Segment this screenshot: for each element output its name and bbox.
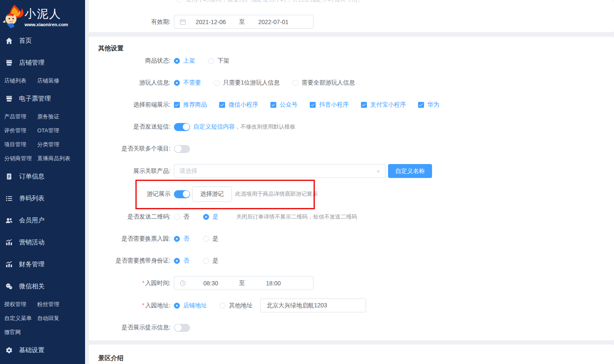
sidebar: 小泥人 www.xiaoniren.com 首页 店铺管理 店铺列表 店铺装修 … xyxy=(0,0,85,364)
checkbox-official-account[interactable]: 公众号 xyxy=(270,101,297,109)
sidebar-item-shop-mgmt[interactable]: 店铺管理 xyxy=(0,52,85,74)
mascot-icon xyxy=(2,3,24,30)
row-send-sms: 是否发送短信: 自定义短信内容 ，不修改则使用默认模板 xyxy=(94,120,614,134)
toggle-knob xyxy=(183,191,190,197)
show-tips-toggle[interactable] xyxy=(174,324,190,332)
multi-project-toggle[interactable] xyxy=(174,145,190,153)
wechat-icon xyxy=(6,283,13,290)
sidebar-item-label: 营销活动 xyxy=(19,238,44,246)
related-products-select[interactable]: 请选择 ∨ xyxy=(174,164,385,178)
radio-not-needed[interactable]: 不需要 xyxy=(174,79,201,87)
row-show-tips: 是否展示提示信息: xyxy=(94,321,614,334)
checkbox-recommended[interactable]: 推荐商品 xyxy=(174,101,207,109)
brand-name: 小泥人 xyxy=(25,6,68,22)
row-entry-address: *入园地址: 店铺地址 其他地址 xyxy=(94,298,614,312)
sidebar-item-coupon-list[interactable]: 券码列表 xyxy=(0,187,85,209)
sidebar-subitem[interactable]: 自定义菜单 xyxy=(4,311,37,325)
sms-toggle[interactable] xyxy=(174,123,190,131)
validity-date-range-input[interactable]: 2021-12-06 至 2022-07-01 xyxy=(174,15,314,29)
sidebar-item-finance[interactable]: 财务管理 xyxy=(0,253,85,275)
entry-time-range-input[interactable]: 08:30 至 18:00 xyxy=(174,276,314,290)
radio-icon xyxy=(174,258,180,264)
travel-notes-toggle[interactable] xyxy=(174,190,190,198)
sidebar-item-label: 微信相关 xyxy=(19,282,44,290)
date-end-value[interactable]: 2022-07-01 xyxy=(248,19,298,25)
radio-exchange-yes[interactable]: 是 xyxy=(203,235,218,243)
section-title: 其他设置 xyxy=(98,44,614,52)
sidebar-subitem[interactable]: 店铺装修 xyxy=(37,74,85,88)
sidebar-item-label: 会员用户 xyxy=(19,216,44,224)
sidebar-subitem[interactable]: 产品管理 xyxy=(4,109,37,123)
sidebar-item-members[interactable]: 会员用户 xyxy=(0,209,85,231)
validity-label: 有效期: xyxy=(94,18,171,26)
radio-on-shelf[interactable]: 上架 xyxy=(174,57,195,65)
sidebar-subitem[interactable]: 授权管理 xyxy=(4,297,37,311)
sidebar-subitem[interactable]: 微官网 xyxy=(4,325,37,339)
shop-icon xyxy=(6,59,13,66)
sidebar-item-label: 首页 xyxy=(19,37,32,45)
radio-icon xyxy=(174,58,180,64)
list-icon xyxy=(6,195,13,202)
sidebar-subitem[interactable]: 票务验证 xyxy=(37,109,85,123)
row-product-status: 商品状态: 上架 下架 xyxy=(94,54,614,68)
sidebar-subitem[interactable]: 分销商管理 xyxy=(4,151,37,165)
time-start-value[interactable]: 08:30 xyxy=(186,280,236,287)
sms-note: ，不修改则使用默认模板 xyxy=(235,123,295,131)
sidebar-subitem[interactable]: 分类管理 xyxy=(37,137,85,151)
checkbox-douyin-miniprogram[interactable]: 抖音小程序 xyxy=(310,101,349,109)
radio-shop-address[interactable]: 店铺地址 xyxy=(174,302,207,309)
sidebar-item-eticket-mgmt[interactable]: 电子票管理 xyxy=(0,88,85,109)
radio-other-address[interactable]: 其他地址 xyxy=(220,302,253,309)
select-travel-notes-button[interactable]: 选择游记 xyxy=(192,186,232,202)
radio-icon xyxy=(220,303,226,309)
date-start-value[interactable]: 2021-12-06 xyxy=(186,19,236,25)
sidebar-item-home[interactable]: 首页 xyxy=(0,30,85,52)
chart-icon xyxy=(6,261,13,268)
checkbox-icon xyxy=(418,102,424,108)
toggle-knob xyxy=(183,123,190,130)
time-end-value[interactable]: 18:00 xyxy=(248,280,298,287)
radio-idcard-yes[interactable]: 是 xyxy=(203,257,218,265)
radio-idcard-no[interactable]: 否 xyxy=(174,257,189,265)
sidebar-item-orders[interactable]: 订单信息 xyxy=(0,165,85,187)
radio-qrcode-no[interactable]: 否 xyxy=(174,213,189,221)
brand[interactable]: 小泥人 www.xiaoniren.com xyxy=(0,0,85,30)
sidebar-subitem[interactable]: 评价管理 xyxy=(4,123,37,137)
radio-qrcode-yes[interactable]: 是 xyxy=(203,213,218,221)
checkbox-alipay-miniprogram[interactable]: 支付宝小程序 xyxy=(361,101,406,109)
radio-icon xyxy=(174,303,180,309)
custom-name-button[interactable]: 自定义名称 xyxy=(388,164,432,178)
sidebar-item-wechat[interactable]: 微信相关 xyxy=(0,275,85,297)
sidebar-item-basic-settings[interactable]: 基础设置 xyxy=(0,339,85,361)
users-icon xyxy=(6,217,13,224)
radio-icon xyxy=(176,0,182,3)
radio-icon xyxy=(174,236,180,242)
radio-icon xyxy=(203,236,209,242)
radio-one-visitor[interactable]: 只需要1位游玩人信息 xyxy=(214,79,280,87)
custom-sms-link[interactable]: 自定义短信内容 xyxy=(193,123,235,131)
sidebar-subitem[interactable]: OTA管理 xyxy=(37,123,85,137)
checkbox-huawei[interactable]: 华为 xyxy=(418,101,439,109)
sidebar-subitem[interactable]: 直播商品列表 xyxy=(37,151,85,165)
sidebar-submenu-shop: 店铺列表 店铺装修 xyxy=(0,74,85,88)
radio-exchange-no[interactable]: 否 xyxy=(174,235,189,243)
gear-icon xyxy=(6,347,13,354)
row-travel-notes: 游记展示 选择游记 此选项用于商品详情底部游记展示 xyxy=(94,186,614,202)
row-related-products: 展示关联产品: 请选择 ∨ 自定义名称 xyxy=(94,164,614,178)
sidebar-subitem[interactable]: 自动回复 xyxy=(37,311,85,325)
radio-icon xyxy=(174,214,180,220)
row-ticket-exchange: 是否需要换票入园: 否 是 xyxy=(94,232,614,246)
validity-row: 有效期: 2021-12-06 至 2022-07-01 xyxy=(94,15,314,29)
sidebar-subitem[interactable]: 项目管理 xyxy=(4,137,37,151)
hour-mode-option[interactable]: 使用小时模式，需要用户指定使用小时，并且在指定小时当天可用。 xyxy=(176,0,363,3)
radio-off-shelf[interactable]: 下架 xyxy=(208,57,229,65)
entry-address-input[interactable] xyxy=(260,298,366,312)
sidebar-item-marketing[interactable]: 营销活动 xyxy=(0,231,85,253)
sidebar-subitem[interactable]: 粉丝管理 xyxy=(37,297,85,311)
row-id-card: 是否需要携带身份证: 否 是 xyxy=(94,254,614,268)
checkbox-icon xyxy=(361,102,367,108)
checkbox-wechat-miniprogram[interactable]: 微信小程序 xyxy=(219,101,258,109)
radio-all-visitors[interactable]: 需要全部游玩人信息 xyxy=(292,79,355,87)
validity-card: 使用小时模式，需要用户指定使用小时，并且在指定小时当天可用。 有效期: 2021… xyxy=(89,0,614,32)
sidebar-subitem[interactable]: 店铺列表 xyxy=(4,74,37,88)
